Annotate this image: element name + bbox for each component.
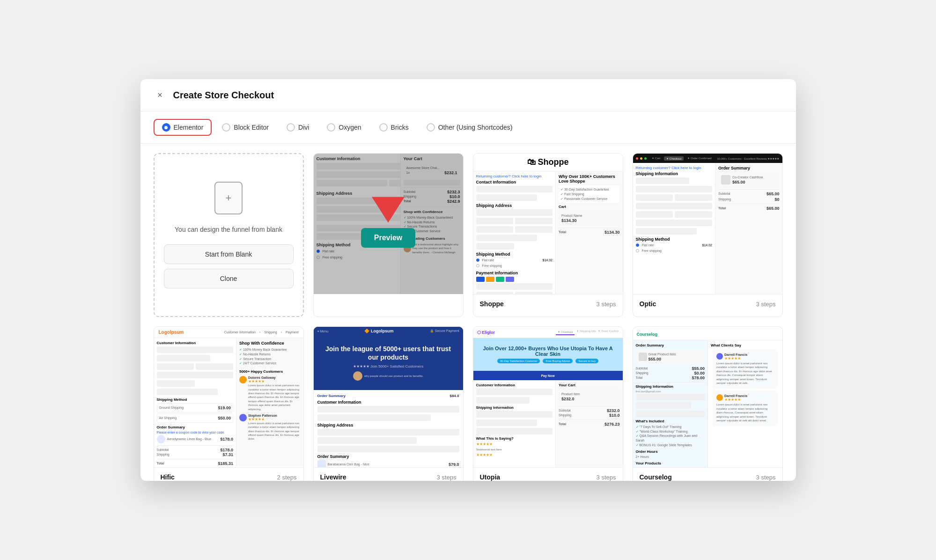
blank-template-card[interactable]: You can design the funnel from blank Sta… bbox=[154, 153, 304, 317]
shoppe-name: Shoppe bbox=[480, 300, 504, 308]
courselog-preview-btn[interactable]: Preview bbox=[680, 387, 735, 407]
radio-other[interactable]: Other (Using Shortcodes) bbox=[419, 120, 520, 135]
radio-oxygen[interactable]: Oxygen bbox=[319, 120, 369, 135]
radio-circle-divi bbox=[287, 123, 295, 132]
template-preview-utopia: ⬡ Eliglor ✦ Checkout ✦ Shipping Info ✦ O… bbox=[473, 327, 623, 467]
shoppe-footer: Shoppe 3 steps bbox=[473, 294, 623, 313]
red-arrow-icon bbox=[372, 197, 405, 223]
template-card-optic[interactable]: ✦ Cart ✦ Checkout ✦ Order Confirmed 10,0… bbox=[633, 153, 783, 317]
template-card-hific[interactable]: Logolpsum Customer Information › Shippin… bbox=[154, 326, 304, 481]
preview-button[interactable]: Preview bbox=[361, 228, 415, 248]
hific-footer: Hific 2 steps bbox=[154, 467, 303, 481]
template-card-utopia[interactable]: ⬡ Eliglor ✦ Checkout ✦ Shipping Info ✦ O… bbox=[473, 326, 623, 481]
utopia-preview-btn[interactable]: Preview bbox=[521, 387, 575, 407]
utopia-footer: Utopia 3 steps bbox=[473, 467, 623, 481]
modal-header: × Create Store Checkout bbox=[140, 79, 796, 111]
livewire-steps: 3 steps bbox=[437, 474, 457, 481]
template-card-shoppe[interactable]: 🛍 Shoppe Returning customer? Click here … bbox=[473, 153, 623, 317]
radio-circle-oxygen bbox=[327, 123, 335, 132]
courselog-name: Courselog bbox=[640, 473, 672, 481]
radio-block-editor[interactable]: Block Editor bbox=[214, 120, 276, 135]
template-card-1[interactable]: Customer Information Shipping Address bbox=[313, 153, 464, 317]
optic-preview-btn[interactable]: Preview bbox=[680, 214, 735, 234]
courselog-steps: 3 steps bbox=[756, 474, 776, 481]
modal-title: Create Store Checkout bbox=[173, 90, 274, 101]
livewire-name: Livewire bbox=[320, 473, 346, 481]
blank-buttons: Start from Blank Clone bbox=[164, 244, 294, 288]
blank-plus-icon bbox=[214, 182, 243, 214]
radio-divi[interactable]: Divi bbox=[279, 120, 317, 135]
template-preview-hific: Logolpsum Customer Information › Shippin… bbox=[154, 327, 303, 467]
livewire-footer: Livewire 3 steps bbox=[314, 467, 463, 481]
radio-circle-block-editor bbox=[222, 123, 230, 132]
livewire-preview-btn[interactable]: Preview bbox=[361, 387, 415, 407]
create-checkout-modal: × Create Store Checkout Elementor Block … bbox=[140, 79, 796, 481]
optic-name: Optic bbox=[640, 300, 656, 308]
radio-label-divi: Divi bbox=[298, 124, 309, 131]
radio-label-oxygen: Oxygen bbox=[339, 124, 361, 131]
template-overlay-1: Preview bbox=[314, 154, 463, 294]
templates-grid: You can design the funnel from blank Sta… bbox=[140, 144, 796, 481]
radio-label-bricks: Bricks bbox=[391, 124, 409, 131]
utopia-name: Utopia bbox=[480, 473, 501, 481]
shoppe-steps: 3 steps bbox=[597, 301, 616, 308]
radio-label-elementor: Elementor bbox=[174, 124, 204, 131]
optic-steps: 3 steps bbox=[756, 301, 776, 308]
template-preview-1: Customer Information Shipping Address bbox=[314, 154, 463, 294]
hific-name: Hific bbox=[161, 473, 175, 481]
radio-circle-other bbox=[427, 123, 435, 132]
template-preview-shoppe: 🛍 Shoppe Returning customer? Click here … bbox=[473, 154, 623, 294]
radio-label-other: Other (Using Shortcodes) bbox=[438, 124, 513, 131]
template-preview-optic: ✦ Cart ✦ Checkout ✦ Order Confirmed 10,0… bbox=[633, 154, 782, 294]
utopia-steps: 3 steps bbox=[597, 474, 616, 481]
close-button[interactable]: × bbox=[154, 88, 167, 102]
template-card-livewire[interactable]: ≡ Menu 🔶 Logolpsum 🔒 Secure Payment Join… bbox=[313, 326, 464, 481]
courselog-footer: Courselog 3 steps bbox=[633, 467, 782, 481]
arrow-indicator bbox=[372, 197, 405, 223]
template-preview-livewire: ≡ Menu 🔶 Logolpsum 🔒 Secure Payment Join… bbox=[314, 327, 463, 467]
radio-circle-bricks bbox=[379, 123, 388, 132]
radio-bricks[interactable]: Bricks bbox=[372, 120, 416, 135]
builder-radio-group: Elementor Block Editor Divi Oxygen Brick… bbox=[140, 111, 796, 144]
hific-steps: 2 steps bbox=[277, 474, 297, 481]
template-card-courselog[interactable]: Ċourselog Order Summary Great Product It… bbox=[633, 326, 783, 481]
clone-button[interactable]: Clone bbox=[164, 269, 294, 288]
optic-footer: Optic 3 steps bbox=[633, 294, 782, 313]
start-from-blank-button[interactable]: Start from Blank bbox=[164, 244, 294, 264]
shoppe-preview-btn[interactable]: Preview bbox=[521, 214, 575, 234]
radio-label-block-editor: Block Editor bbox=[234, 124, 269, 131]
blank-description: You can design the funnel from blank bbox=[175, 226, 282, 233]
radio-elementor[interactable]: Elementor bbox=[154, 119, 212, 136]
radio-circle-elementor bbox=[162, 123, 170, 132]
hific-preview-btn[interactable]: Preview bbox=[201, 387, 256, 407]
template-preview-courselog: Ċourselog Order Summary Great Product It… bbox=[633, 327, 782, 467]
